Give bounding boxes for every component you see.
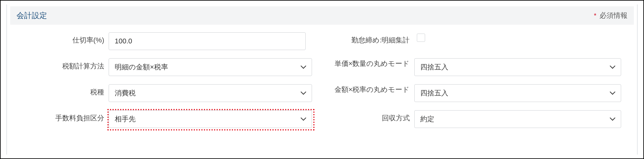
- unit-qty-rounding-select[interactable]: [414, 58, 621, 76]
- unit-qty-rounding-label: 単価×数量の丸めモード: [329, 58, 414, 68]
- attendance-close-label: 勤怠締め:明細集計: [329, 32, 414, 45]
- section-title: 会計設定: [17, 10, 47, 21]
- form-row-1: 仕切率(%) 勤怠締め:明細集計: [23, 32, 621, 50]
- section-header: 会計設定 * 必須情報: [10, 6, 634, 25]
- attendance-close-checkbox[interactable]: [417, 34, 425, 42]
- fee-burden-class-label: 手数料負担区分: [23, 110, 109, 123]
- partition-rate-label: 仕切率(%): [23, 32, 109, 45]
- tax-calc-method-select[interactable]: [109, 58, 312, 76]
- form-row-4: 手数料負担区分 回収方式: [23, 110, 621, 128]
- window-frame: 会計設定 * 必須情報 仕切率(%) 勤怠締め:明細集計: [0, 0, 644, 159]
- form-row-2: 税額計算方法 単価×数量の丸めモード: [23, 58, 621, 76]
- required-asterisk-icon: *: [594, 12, 596, 19]
- collection-method-label: 回収方式: [329, 110, 414, 123]
- form-panel: 会計設定 * 必須情報 仕切率(%) 勤怠締め:明細集計: [6, 4, 638, 155]
- tax-type-select[interactable]: [109, 84, 312, 102]
- tax-calc-method-label: 税額計算方法: [23, 58, 109, 71]
- form-body: 仕切率(%) 勤怠締め:明細集計 税額計算方法: [10, 25, 634, 128]
- required-note: * 必須情報: [594, 11, 627, 20]
- required-label: 必須情報: [600, 11, 627, 20]
- partition-rate-input[interactable]: [109, 32, 306, 50]
- tax-type-label: 税種: [23, 84, 109, 97]
- fee-burden-class-select[interactable]: [109, 110, 312, 128]
- amount-rate-rounding-select[interactable]: [414, 84, 621, 102]
- amount-rate-rounding-label: 金額×税率の丸めモード: [329, 84, 414, 94]
- collection-method-select[interactable]: [414, 110, 621, 128]
- form-row-3: 税種 金額×税率の丸めモード: [23, 84, 621, 102]
